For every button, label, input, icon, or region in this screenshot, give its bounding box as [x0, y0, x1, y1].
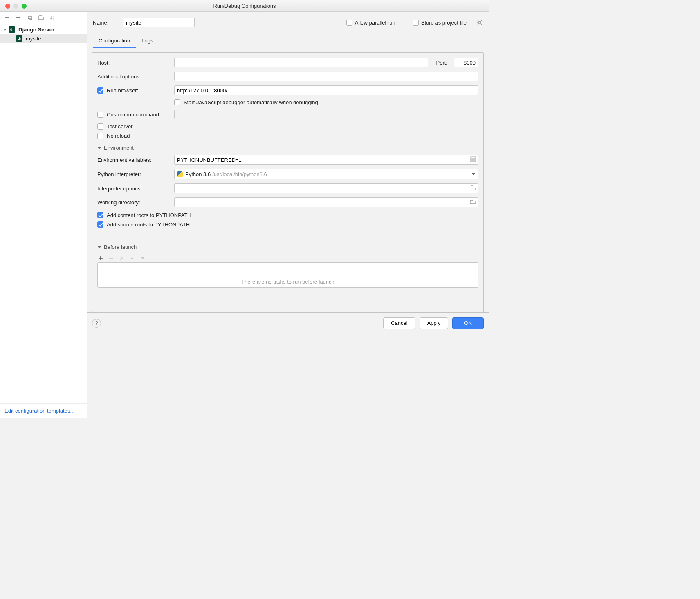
sidebar-toolbar: az	[0, 12, 87, 23]
add-content-roots-checkbox[interactable]: Add content roots to PYTHONPATH	[97, 212, 191, 218]
copy-configuration-icon[interactable]	[27, 14, 33, 21]
name-input[interactable]	[123, 18, 195, 27]
tree-item-label: mysite	[26, 36, 41, 42]
add-content-roots-row: Add content roots to PYTHONPATH	[97, 212, 478, 218]
interpreter-options-label: Interpreter options:	[97, 186, 170, 192]
host-label: Host:	[97, 60, 170, 66]
js-debugger-checkbox[interactable]: Start JavaScript debugger automatically …	[174, 99, 318, 105]
remove-configuration-icon[interactable]	[15, 14, 22, 21]
chevron-down-icon	[471, 173, 476, 175]
working-directory-label: Working directory:	[97, 199, 170, 206]
svg-point-4	[478, 21, 481, 24]
before-launch-list[interactable]: There are no tasks to run before launch	[97, 262, 478, 288]
run-browser-row: Run browser:	[97, 85, 478, 95]
move-up-icon	[130, 257, 136, 260]
test-server-checkbox[interactable]: Test server	[97, 123, 133, 130]
add-content-roots-label: Add content roots to PYTHONPATH	[107, 212, 191, 218]
working-directory-input[interactable]	[174, 197, 478, 207]
sidebar-footer: Edit configuration templates...	[0, 403, 87, 418]
env-vars-row: Environment variables:	[97, 155, 478, 165]
host-row: Host: Port:	[97, 58, 478, 67]
test-server-row: Test server	[97, 123, 478, 130]
chevron-down-icon	[3, 28, 7, 31]
tree-group-label: Django Server	[18, 27, 54, 33]
gear-icon[interactable]	[476, 19, 483, 26]
tree-group-django-server[interactable]: dj Django Server	[0, 25, 87, 34]
environment-section-header[interactable]: Environment	[97, 145, 478, 151]
python-interpreter-select[interactable]: Python 3.6/usr/local/bin/python3.6	[174, 169, 478, 179]
no-reload-label: No reload	[107, 133, 130, 139]
before-launch-toolbar	[97, 254, 478, 262]
checkbox-box	[346, 20, 352, 26]
port-input[interactable]	[454, 58, 478, 67]
name-row: Name: Allow parallel run Store as projec…	[87, 12, 489, 34]
checkbox-box	[97, 212, 103, 218]
allow-parallel-run-label: Allow parallel run	[355, 20, 395, 26]
main-panel: Name: Allow parallel run Store as projec…	[87, 12, 489, 418]
no-reload-checkbox[interactable]: No reload	[97, 133, 130, 139]
before-launch-section-label: Before launch	[104, 244, 137, 250]
move-down-icon	[141, 257, 146, 260]
python-interpreter-row: Python interpreter: Python 3.6/usr/local…	[97, 169, 478, 179]
configuration-form: Host: Port: Additional options: Run brow…	[92, 52, 484, 312]
run-browser-label: Run browser:	[107, 87, 138, 94]
python-interpreter-value: Python 3.6/usr/local/bin/python3.6	[185, 171, 267, 177]
add-source-roots-label: Add source roots to PYTHONPATH	[107, 221, 190, 228]
checkbox-box	[413, 20, 419, 26]
checkbox-box	[97, 87, 103, 94]
django-icon: dj	[9, 26, 15, 33]
add-source-roots-checkbox[interactable]: Add source roots to PYTHONPATH	[97, 221, 190, 228]
body-split: az dj Django Server dj mysite Edit confi…	[0, 12, 489, 418]
cancel-button[interactable]: Cancel	[383, 317, 415, 329]
edit-task-icon	[119, 256, 125, 261]
help-icon[interactable]: ?	[92, 319, 101, 328]
ok-button[interactable]: OK	[452, 317, 484, 329]
django-icon: dj	[16, 35, 22, 42]
add-source-roots-row: Add source roots to PYTHONPATH	[97, 221, 478, 228]
edit-templates-link[interactable]: Edit configuration templates...	[4, 408, 74, 414]
save-configuration-icon[interactable]	[38, 14, 45, 21]
svg-rect-0	[28, 16, 31, 19]
add-configuration-icon[interactable]	[4, 14, 10, 21]
additional-options-input[interactable]	[174, 72, 478, 81]
list-icon[interactable]	[470, 156, 476, 162]
interpreter-options-input[interactable]	[174, 183, 478, 193]
checkbox-box	[97, 133, 103, 139]
expand-icon[interactable]	[471, 185, 476, 190]
store-as-project-file-label: Store as project file	[421, 20, 467, 26]
apply-button[interactable]: Apply	[420, 317, 449, 329]
run-browser-input[interactable]	[174, 85, 478, 95]
store-as-project-file-checkbox[interactable]: Store as project file	[413, 20, 467, 26]
checkbox-box	[97, 221, 103, 228]
custom-run-command-row: Custom run command:	[97, 110, 478, 119]
tab-configuration[interactable]: Configuration	[93, 34, 136, 48]
remove-task-icon	[109, 256, 114, 261]
working-directory-row: Working directory:	[97, 197, 478, 207]
run-debug-configurations-window: Run/Debug Configurations az	[0, 0, 489, 418]
before-launch-section-header[interactable]: Before launch	[97, 244, 478, 250]
tree-item-mysite[interactable]: dj mysite	[0, 34, 87, 43]
custom-run-command-input	[174, 110, 478, 119]
tab-logs[interactable]: Logs	[136, 34, 159, 48]
allow-parallel-run-checkbox[interactable]: Allow parallel run	[346, 20, 395, 26]
checkbox-box	[174, 99, 180, 105]
interpreter-options-row: Interpreter options:	[97, 183, 478, 193]
run-browser-checkbox[interactable]	[97, 87, 103, 94]
sort-alphabetically-icon[interactable]: az	[49, 14, 56, 21]
env-vars-label: Environment variables:	[97, 157, 170, 163]
window-title: Run/Debug Configurations	[0, 3, 489, 9]
config-tabs: Configuration Logs	[87, 34, 489, 48]
env-vars-input[interactable]	[174, 155, 478, 165]
name-label: Name:	[93, 20, 116, 26]
folder-icon[interactable]	[470, 199, 476, 204]
checkbox-box	[97, 112, 103, 118]
custom-run-command-checkbox[interactable]	[97, 112, 103, 118]
triangle-down-icon	[97, 147, 101, 149]
add-task-icon[interactable]	[98, 256, 104, 261]
custom-run-command-label: Custom run command:	[107, 112, 161, 118]
svg-rect-1	[29, 17, 32, 20]
environment-section-label: Environment	[104, 145, 134, 151]
host-input[interactable]	[174, 58, 428, 67]
checkbox-box	[97, 123, 103, 130]
title-bar: Run/Debug Configurations	[0, 0, 489, 12]
